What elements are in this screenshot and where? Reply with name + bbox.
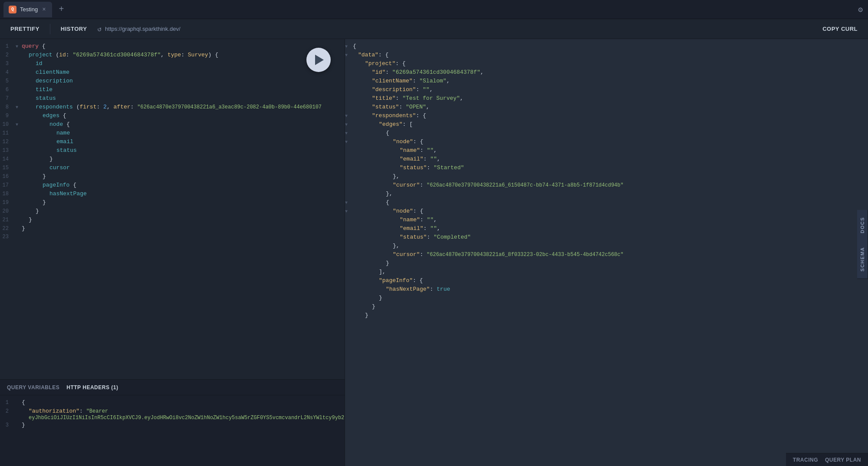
testing-tab[interactable]: Q Testing × [3, 2, 52, 17]
json-line-pageinfo: "pageInfo": { [345, 277, 868, 286]
code-line-19: 19 } [0, 199, 345, 207]
json-line-respondents-close: } [345, 303, 868, 312]
json-line-node1-name: "name": "", [345, 147, 868, 155]
http-header-line-3: 3 } [0, 421, 345, 430]
url-refresh-icon[interactable]: ↺ [97, 25, 102, 33]
json-line-edges-close: ], [345, 268, 868, 277]
json-line-project: "project": { [345, 60, 868, 69]
code-line-17: 17 pageInfo { [0, 181, 345, 190]
side-tabs: DOCS SCHEMA [857, 210, 868, 279]
code-line-15: 15 cursor [0, 164, 345, 173]
query-editor[interactable]: 1 ▼ query { 2 project (id: "6269a574361c… [0, 39, 345, 379]
json-line-cursor1: "cursor": "626ac4870e379700438221a6_6150… [345, 181, 868, 190]
main-content: 1 ▼ query { 2 project (id: "6269a574361c… [0, 39, 868, 466]
json-line-edge2-close: } [345, 259, 868, 268]
http-header-line-2: 2 "authorization": "Bearer eyJhbGciOiJIU… [0, 407, 345, 421]
json-line-id: "id": "6269a574361cd3004684378f", [345, 69, 868, 77]
bottom-panel: QUERY VARIABLES HTTP HEADERS (1) 1 { 2 "… [0, 379, 345, 466]
new-tab-button[interactable]: + [56, 3, 68, 16]
code-line-1: 1 ▼ query { [0, 43, 345, 51]
json-line-cursor2: "cursor": "626ac4870e379700438221a6_8f03… [345, 251, 868, 259]
code-line-18: 18 hasNextPage [0, 190, 345, 199]
code-line-6: 6 title [0, 86, 345, 95]
json-line-edges: ▼ "edges": [ [345, 121, 868, 129]
tracing-button[interactable]: TRACING [793, 457, 818, 463]
docs-tab[interactable]: DOCS [857, 210, 868, 240]
json-line-node1: ▼ "node": { [345, 138, 868, 147]
tab-label: Testing [20, 6, 38, 13]
json-line-respondents: ▼ "respondents": { [345, 112, 868, 121]
http-headers-content[interactable]: 1 { 2 "authorization": "Bearer eyJhbGciO… [0, 395, 345, 466]
json-line-title: "title": "Test for Survey", [345, 95, 868, 103]
json-line-edge2-open: ▼ { [345, 199, 868, 207]
history-button[interactable]: HISTORY [57, 24, 91, 34]
code-line-5: 5 description [0, 77, 345, 86]
code-line-11: 11 name [0, 129, 345, 138]
schema-tab[interactable]: SCHEMA [857, 240, 868, 279]
tab-query-variables[interactable]: QUERY VARIABLES [7, 384, 59, 391]
json-line-root-open: ▼ { [345, 43, 868, 51]
code-line-14: 14 } [0, 155, 345, 164]
code-line-12: 12 email [0, 138, 345, 147]
json-line-status: "status": "OPEN", [345, 103, 868, 112]
left-panel: 1 ▼ query { 2 project (id: "6269a574361c… [0, 39, 345, 466]
bottom-bar: TRACING QUERY PLAN [786, 453, 868, 466]
url-text[interactable]: https://graphql.sparkthink.dev/ [105, 26, 180, 32]
query-plan-button[interactable]: QUERY PLAN [825, 457, 861, 463]
http-header-line-1: 1 { [0, 399, 345, 407]
code-line-21: 21 } [0, 216, 345, 225]
json-line-edge1-close: }, [345, 190, 868, 199]
json-line-node2: ▼ "node": { [345, 207, 868, 216]
tab-close-button[interactable]: × [41, 5, 46, 14]
json-line-description: "description": "", [345, 86, 868, 95]
play-icon [315, 55, 324, 65]
json-line-edge1-open: ▼ { [345, 129, 868, 138]
json-line-node2-close: }, [345, 242, 868, 251]
bottom-tabs: QUERY VARIABLES HTTP HEADERS (1) [0, 380, 345, 395]
code-line-23: 23 [0, 233, 345, 242]
json-line-node1-close: }, [345, 173, 868, 181]
code-line-13: 13 status [0, 147, 345, 155]
code-line-7: 7 status [0, 95, 345, 103]
json-line-project-close: } [345, 312, 868, 320]
response-panel: ▼ { ▼ "data": { "project": { "id": "6269… [345, 39, 868, 466]
copy-curl-button[interactable]: COPY CURL [819, 24, 861, 34]
code-line-3: 3 id [0, 60, 345, 69]
json-line-node1-email: "email": "", [345, 155, 868, 164]
json-line-node2-name: "name": "", [345, 216, 868, 225]
json-line-hasnextpage: "hasNextPage": true [345, 286, 868, 294]
code-line-9: 9 edges { [0, 112, 345, 121]
code-line-10: 10 ▼ node { [0, 121, 345, 129]
response-content[interactable]: ▼ { ▼ "data": { "project": { "id": "6269… [345, 39, 868, 450]
code-line-2: 2 project (id: "6269a574361cd3004684378f… [0, 51, 345, 60]
tab-app-icon: Q [9, 6, 16, 13]
json-line-data: ▼ "data": { [345, 51, 868, 60]
settings-icon[interactable]: ⚙ [856, 3, 865, 16]
prettify-button[interactable]: PRETTIFY [7, 24, 43, 34]
tab-bar: Q Testing × + ⚙ [0, 0, 868, 19]
code-line-4: 4 clientName [0, 69, 345, 77]
json-line-node1-status: "status": "Started" [345, 164, 868, 173]
url-bar: ↺ https://graphql.sparkthink.dev/ [97, 25, 812, 33]
toolbar-divider [50, 24, 50, 34]
code-line-16: 16 } [0, 173, 345, 181]
json-line-node2-status: "status": "Completed" [345, 233, 868, 242]
tab-http-headers[interactable]: HTTP HEADERS (1) [66, 384, 118, 391]
code-line-8: 8 ▼ respondents (first: 2, after: "626ac… [0, 103, 345, 112]
json-line-clientname: "clientName": "Slalom", [345, 77, 868, 86]
code-line-22: 22 } [0, 225, 345, 233]
json-line-pageinfo-close: } [345, 294, 868, 303]
code-line-20: 20 } [0, 207, 345, 216]
json-line-node2-email: "email": "", [345, 225, 868, 233]
execute-query-button[interactable] [306, 48, 331, 72]
toolbar: PRETTIFY HISTORY ↺ https://graphql.spark… [0, 19, 868, 39]
